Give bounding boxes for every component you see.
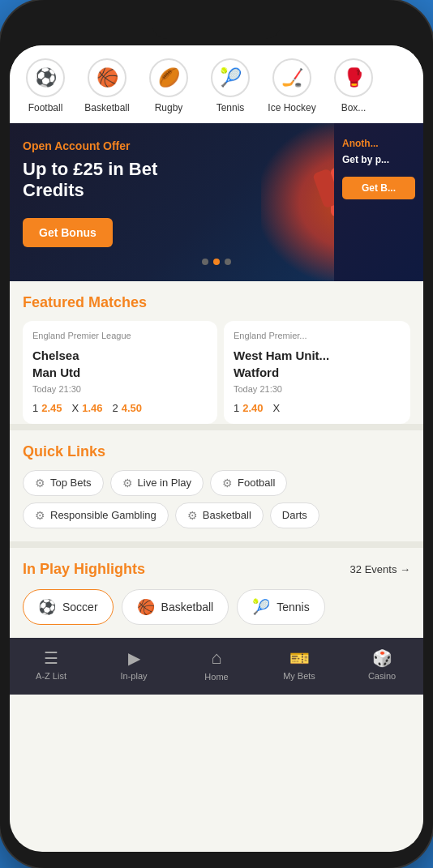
nav-my-bets-label: My Bets <box>283 671 315 681</box>
basketball-icon: 🏀 <box>88 58 126 97</box>
match-card-1[interactable]: England Premier League Chelsea Man Utd T… <box>23 321 217 424</box>
inplay-section: In Play Highlights 32 Events → ⚽ Soccer … <box>10 548 423 638</box>
dot-1 <box>202 259 208 265</box>
tab-tennis[interactable]: 🎾 Tennis <box>237 589 324 625</box>
sport-label-rugby: Rugby <box>155 102 183 113</box>
sport-item-boxing[interactable]: 🥊 Box... <box>324 58 383 113</box>
quick-link-darts[interactable]: Darts <box>270 502 319 528</box>
quick-link-basketball-label: Basketball <box>203 509 251 521</box>
dot-3 <box>225 259 231 265</box>
nav-my-bets[interactable]: 🎫 My Bets <box>277 648 322 681</box>
odd-2-draw: X <box>273 402 281 414</box>
matches-row: England Premier League Chelsea Man Utd T… <box>23 321 410 424</box>
match-card-2[interactable]: England Premier... West Ham Unit... Watf… <box>224 321 410 424</box>
tab-tennis-label: Tennis <box>277 601 309 614</box>
match-2-team2: Watford <box>234 366 279 379</box>
featured-section: Featured Matches England Premier League … <box>10 281 423 424</box>
ql-football-icon: ⚙ <box>222 477 233 490</box>
quick-link-football-label: Football <box>238 477 275 489</box>
sport-label-ice-hockey: Ice Hockey <box>268 102 315 113</box>
odd-2-home-value: 2.40 <box>242 402 263 414</box>
top-bets-icon: ⚙ <box>35 477 45 490</box>
tab-soccer-label: Soccer <box>62 601 98 614</box>
banner-second-label: Anoth... <box>342 138 415 149</box>
sport-item-rugby[interactable]: 🏉 Rugby <box>139 58 198 113</box>
inplay-events[interactable]: 32 Events → <box>350 563 410 575</box>
quick-links-section: Quick Links ⚙ Top Bets ⚙ Live in Play ⚙ … <box>10 430 423 541</box>
match-2-teams: West Ham Unit... Watford <box>234 347 401 381</box>
inplay-header: In Play Highlights 32 Events → <box>23 561 410 578</box>
sport-label-basketball: Basketball <box>84 102 129 113</box>
quick-links-row-2: ⚙ Responsible Gambling ⚙ Basketball Dart… <box>23 502 410 528</box>
responsible-icon: ⚙ <box>35 509 45 522</box>
nav-in-play[interactable]: ▶ In-play <box>112 648 156 681</box>
odd-1-away[interactable]: 2 4.50 <box>113 402 143 414</box>
quick-link-live-in-play-label: Live in Play <box>138 477 191 489</box>
match-2-league: England Premier... <box>234 331 401 340</box>
nav-az-list-label: A-Z List <box>36 671 66 681</box>
odd-2-home[interactable]: 1 2.40 <box>234 402 264 414</box>
nav-in-play-label: In-play <box>120 671 147 681</box>
match-2-time: Today 21:30 <box>234 384 401 394</box>
section-divider-1 <box>10 424 423 430</box>
inplay-title: In Play Highlights <box>23 561 145 578</box>
quick-links-row: ⚙ Top Bets ⚙ Live in Play ⚙ Football <box>23 470 410 496</box>
nav-casino[interactable]: 🎲 Casino <box>360 648 405 681</box>
featured-title: Featured Matches <box>23 294 410 311</box>
ql-basketball-icon: ⚙ <box>187 509 198 522</box>
match-2-team1: West Ham Unit... <box>234 348 329 362</box>
football-icon: ⚽ <box>26 58 65 97</box>
phone-frame: ⚽ Football 🏀 Basketball 🏉 Rugby 🎾 Tennis… <box>0 0 433 868</box>
odd-1-draw[interactable]: X 1.46 <box>72 402 103 414</box>
nav-casino-label: Casino <box>368 671 396 681</box>
my-bets-icon: 🎫 <box>289 648 310 668</box>
match-1-time: Today 21:30 <box>32 384 208 394</box>
casino-icon: 🎲 <box>372 648 392 668</box>
dot-2[interactable] <box>213 259 220 265</box>
screen-inner: ⚽ Football 🏀 Basketball 🏉 Rugby 🎾 Tennis… <box>10 45 423 852</box>
odd-1-home[interactable]: 1 2.45 <box>32 402 62 414</box>
nav-az-list[interactable]: ☰ A-Z List <box>29 648 74 681</box>
match-1-league: England Premier League <box>32 331 208 340</box>
sport-label-football: Football <box>28 102 63 113</box>
quick-link-top-bets[interactable]: ⚙ Top Bets <box>23 470 104 496</box>
banner-second-btn[interactable]: Get B... <box>342 177 415 199</box>
nav-home[interactable]: ⌂ Home <box>195 648 239 682</box>
quick-links-title: Quick Links <box>23 443 410 460</box>
live-in-play-icon: ⚙ <box>122 477 133 490</box>
sport-item-football[interactable]: ⚽ Football <box>16 58 75 113</box>
sport-item-ice-hockey[interactable]: 🏒 Ice Hockey <box>263 58 321 113</box>
odd-1-draw-value: 1.46 <box>82 402 102 414</box>
tab-soccer[interactable]: ⚽ Soccer <box>23 589 114 625</box>
tab-basketball[interactable]: 🏀 Basketball <box>122 589 229 625</box>
match-2-odds: 1 2.40 X <box>234 402 401 414</box>
screen: ⚽ Football 🏀 Basketball 🏉 Rugby 🎾 Tennis… <box>10 45 423 852</box>
ice-hockey-icon: 🏒 <box>272 58 311 97</box>
odd-1-home-value: 2.45 <box>41 402 62 414</box>
rugby-icon: 🏉 <box>149 58 188 97</box>
sport-item-basketball[interactable]: 🏀 Basketball <box>78 58 136 113</box>
get-bonus-button[interactable]: Get Bonus <box>23 218 113 247</box>
quick-link-live-in-play[interactable]: ⚙ Live in Play <box>110 470 204 496</box>
odd-1-away-value: 4.50 <box>122 402 142 414</box>
sports-nav: ⚽ Football 🏀 Basketball 🏉 Rugby 🎾 Tennis… <box>10 45 423 123</box>
sport-label-boxing: Box... <box>341 102 367 113</box>
az-list-icon: ☰ <box>44 648 58 668</box>
notch <box>152 16 281 39</box>
match-1-team1: Chelsea <box>32 348 79 362</box>
quick-link-basketball[interactable]: ⚙ Basketball <box>175 502 264 528</box>
quick-link-football[interactable]: ⚙ Football <box>210 470 287 496</box>
nav-home-label: Home <box>204 672 228 682</box>
home-icon: ⌂ <box>211 648 221 669</box>
soccer-tab-icon: ⚽ <box>38 598 56 616</box>
tab-basketball-label: Basketball <box>161 601 214 614</box>
sport-tabs-row: ⚽ Soccer 🏀 Basketball 🎾 Tennis <box>23 589 410 638</box>
match-1-team2: Man Utd <box>32 366 80 379</box>
banner-section: Open Account Offer Up to £25 in Bet Cred… <box>10 123 423 281</box>
sport-item-tennis[interactable]: 🎾 Tennis <box>201 58 259 113</box>
in-play-icon: ▶ <box>128 648 140 668</box>
tennis-icon: 🎾 <box>211 58 250 97</box>
tennis-tab-icon: 🎾 <box>252 598 270 616</box>
match-1-teams: Chelsea Man Utd <box>32 347 208 381</box>
quick-link-responsible[interactable]: ⚙ Responsible Gambling <box>23 502 169 528</box>
